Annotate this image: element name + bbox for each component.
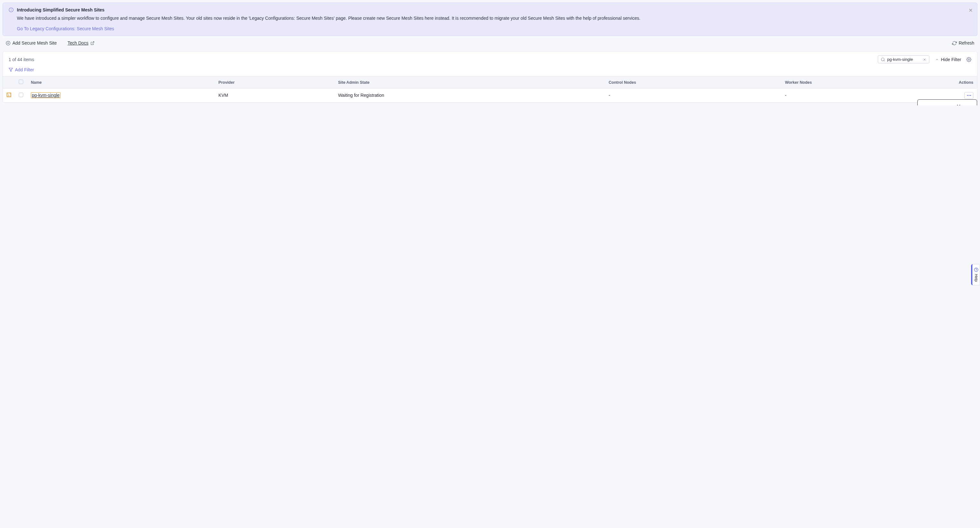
- hide-filter-button[interactable]: Hide Filter: [935, 57, 961, 62]
- svg-point-11: [968, 59, 969, 60]
- expand-row-button[interactable]: [7, 93, 11, 97]
- col-provider[interactable]: Provider: [215, 77, 334, 89]
- svg-marker-12: [9, 68, 13, 72]
- refresh-label: Refresh: [959, 40, 974, 46]
- cell-provider: KVM: [215, 89, 334, 102]
- close-icon[interactable]: ✕: [969, 7, 973, 13]
- filter-row: Add Filter: [3, 67, 977, 76]
- col-site-admin-state[interactable]: Site Admin State: [334, 77, 605, 89]
- banner-legacy-link[interactable]: Go To Legacy Configurations: Secure Mesh…: [17, 26, 114, 31]
- banner-title: Introducing Simplified Secure Mesh Sites: [17, 7, 971, 13]
- svg-line-8: [884, 60, 885, 61]
- site-name-link[interactable]: pg-kvm-single: [31, 93, 60, 98]
- tech-docs-link[interactable]: Tech Docs: [67, 40, 94, 46]
- cell-control-nodes: -: [605, 89, 781, 102]
- plus-circle-icon: [6, 41, 11, 46]
- actions-context-menu: Manage Configuration Clone Object Show C…: [917, 99, 977, 105]
- add-filter-button[interactable]: Add Filter: [9, 67, 34, 72]
- hide-filter-label: Hide Filter: [941, 57, 961, 62]
- svg-point-7: [881, 57, 884, 61]
- search-box[interactable]: [878, 56, 929, 63]
- cell-site-admin-state: Waiting for Registration: [334, 89, 605, 102]
- tech-docs-label: Tech Docs: [67, 40, 88, 46]
- banner-description: We have introduced a simpler workflow to…: [17, 15, 971, 22]
- refresh-icon: [952, 41, 957, 46]
- col-actions: Actions: [955, 77, 977, 89]
- filter-icon: [9, 67, 13, 72]
- table-row: pg-kvm-single KVM Waiting for Registrati…: [3, 89, 977, 102]
- search-icon: [881, 57, 885, 62]
- col-control-nodes[interactable]: Control Nodes: [605, 77, 781, 89]
- col-name[interactable]: Name: [27, 77, 215, 89]
- table-meta-row: 1 of 44 items Hide Filter: [3, 52, 977, 67]
- add-filter-label: Add Filter: [15, 67, 34, 72]
- svg-line-6: [92, 41, 94, 43]
- item-count: 1 of 44 items: [9, 57, 34, 62]
- info-banner: Introducing Simplified Secure Mesh Sites…: [3, 3, 977, 36]
- menu-manage-configuration[interactable]: Manage Configuration: [918, 102, 977, 105]
- refresh-button[interactable]: Refresh: [952, 40, 974, 46]
- select-all-checkbox[interactable]: [19, 80, 23, 84]
- search-input[interactable]: [887, 57, 919, 62]
- table-card: 1 of 44 items Hide Filter Add Filter: [3, 51, 977, 103]
- sites-table: Name Provider Site Admin State Control N…: [3, 76, 977, 102]
- clear-search-icon[interactable]: [923, 57, 926, 61]
- external-link-icon: [91, 41, 94, 45]
- chevron-up-icon: [935, 57, 939, 61]
- svg-point-2: [11, 9, 11, 9]
- col-worker-nodes[interactable]: Worker Nodes: [781, 77, 955, 89]
- info-icon: [9, 7, 14, 31]
- row-actions-button[interactable]: [964, 92, 973, 99]
- menu-label: Manage Configuration: [930, 104, 972, 105]
- add-button-label: Add Secure Mesh Site: [13, 40, 57, 46]
- add-secure-mesh-site-button[interactable]: Add Secure Mesh Site: [6, 40, 57, 46]
- gear-icon[interactable]: [966, 57, 971, 62]
- row-checkbox[interactable]: [19, 93, 23, 97]
- toolbar: Add Secure Mesh Site Tech Docs Refresh: [0, 37, 980, 49]
